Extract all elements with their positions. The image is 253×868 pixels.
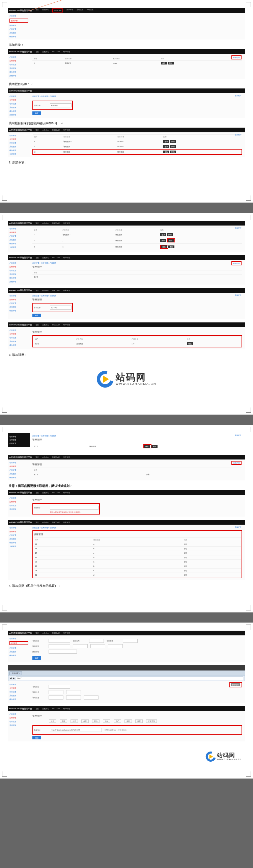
nav-item[interactable]: 用户管理 [66,8,73,12]
chapter-input[interactable]: 第一章节 [50,306,72,310]
nav-item[interactable]: 系统设置 [77,8,83,12]
sidebar-item[interactable]: 分类管理 [9,24,28,26]
nav-item[interactable]: 首页 [35,8,39,12]
top-nav: 首页 会员中心 NGOCAR 用户管理 系统设置 网站设置 [35,8,93,12]
step-heading: 3. 添加讲座： [9,353,245,357]
add-link[interactable]: 添加栏目 [231,55,242,59]
forward-icon[interactable]: ▶ [13,677,15,680]
doc-page-1: PHPCMS系统管理平台 首页 会员中心 NGOCAR 用户管理 系统设置 网站… [0,0,253,203]
table-row: 1视频栏目video 修改删除 [32,61,242,66]
sidebar-item[interactable]: 模块管理 [9,35,28,37]
nav-item-active[interactable]: NGOCAR [54,9,61,11]
lecture-table: 序号讲座标题点数 12a课程 13b课程 14c课程 21d课程 22a课程 2… [34,537,241,577]
category-table: 编号栏目名称栏目目录操作 1视频栏目video 修改删除 [32,56,242,65]
play-icon [97,371,114,388]
submit-button[interactable]: 确定 [32,111,41,115]
breadcrumb: 所在位置 > 分类管理 > 栏目列表 [32,95,242,97]
relate-input[interactable] [50,506,99,510]
warning-text: 需首先完成章节添加后才可关联 点击前往 [34,511,99,513]
back-icon[interactable]: ◀ [10,677,11,680]
browser-tab[interactable]: 栏目设置 - [9,671,22,675]
nav-item[interactable]: 网站设置 [87,8,93,12]
doc-page-2: PHPCMS系统管理平台 首页会员中心NGOCAR用户管理 栏目管理分类管理 栏… [0,213,253,415]
doc-page-4: PHPCMS系统管理平台 首页会员中心NGOCAR用户管理 栏目管理 分类管理 … [0,623,253,779]
step-heading: 4. 添加点播（即单个待发布的视频）： [9,584,245,588]
watermark-logo-small: 站码网WWW.51ZHANMA.CN [102,752,242,762]
doc-page-3: 栏目管理 分类管理 栏目设置 所在位置 > 分类管理 > 栏目列表 添加栏目 讲… [0,425,253,612]
section-title: 讲座管理 [32,265,242,269]
play-url-input[interactable]: rtmp://videoshare.live.com/hls?id=2199 [50,728,102,732]
name-input[interactable]: 视频讲座 [50,103,72,107]
browser-address-bar: ◀ ▶ http:// [8,675,245,681]
sidebar-item[interactable]: 系统权限 [9,32,28,34]
edit-button[interactable]: 修改 [161,62,167,64]
sidebar-item-active[interactable]: 栏目添加 [11,20,18,22]
admin-panel: PHPCMS系统管理平台 首页 会员中心 NGOCAR 用户管理 系统设置 网站… [8,8,245,40]
watermark-logo: 站码网WWW.51ZHANMA.CN [8,371,245,388]
sidebar-item[interactable]: 栏目管理 [9,15,28,17]
narration: 添加目录： [9,43,245,47]
delete-button[interactable]: 删除 [168,62,174,64]
step-heading: 2. 添加章节： [9,160,245,165]
new-button[interactable]: 新增栏目 [231,683,240,686]
url-input[interactable]: http:// [16,676,243,680]
sidebar-item[interactable]: 栏目设置 [9,28,28,30]
nav-item[interactable]: 会员中心 [42,8,49,12]
